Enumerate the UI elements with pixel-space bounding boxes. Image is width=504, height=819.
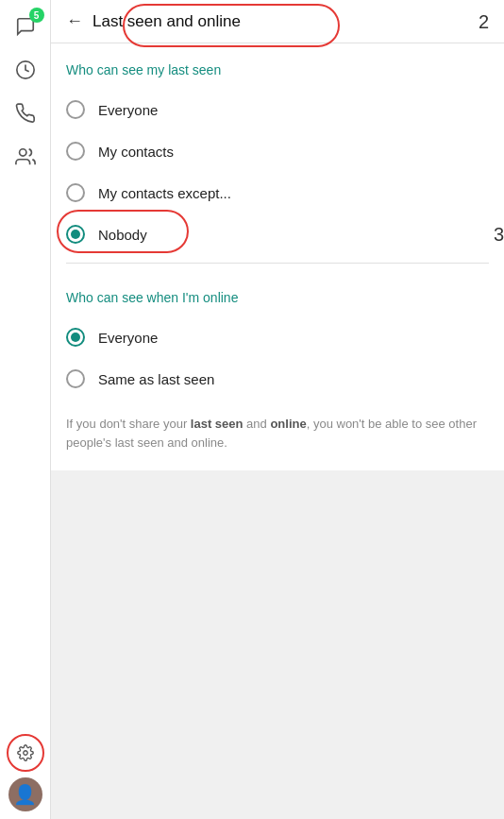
nobody-wrapper: Nobody 3 [51,213,504,255]
sidebar-item-community[interactable] [7,138,44,176]
sidebar-bottom: 👤 [7,734,44,819]
main-content: ← Last seen and online 2 Who can see my … [51,0,504,819]
bottom-area [51,470,504,819]
sidebar-item-calls[interactable] [7,94,44,132]
radio-my-contacts-last-seen[interactable] [66,142,85,161]
last-seen-option-my-contacts-except[interactable]: My contacts except... [51,172,504,213]
online-option-everyone[interactable]: Everyone [51,316,504,358]
svg-point-2 [23,751,27,756]
info-text: If you don't share your last seen and on… [51,400,504,470]
radio-same-as-last-seen-online[interactable] [66,369,85,388]
header: ← Last seen and online 2 [51,0,504,43]
settings-content: Who can see my last seen Everyone My con… [51,43,504,470]
last-seen-everyone-label: Everyone [98,102,158,118]
svg-point-1 [19,149,25,156]
last-seen-nobody-label: Nobody [98,227,147,243]
last-seen-my-contacts-except-label: My contacts except... [98,185,231,201]
radio-my-contacts-except-last-seen[interactable] [66,183,85,202]
page-title: Last seen and online [92,12,241,31]
info-bold-online: online [270,417,306,431]
step-number-3: 3 [494,224,504,246]
section-divider [66,263,489,264]
last-seen-option-everyone[interactable]: Everyone [51,89,504,130]
radio-everyone-last-seen[interactable] [66,100,85,119]
sidebar-item-status[interactable] [7,51,44,89]
last-seen-my-contacts-label: My contacts [98,144,174,160]
sidebar-item-chats[interactable]: 5 [7,8,44,45]
sidebar: 5 👤 [0,0,51,819]
chat-badge: 5 [29,8,44,23]
last-seen-section-title: Who can see my last seen [51,43,504,89]
online-option-same-as-last-seen[interactable]: Same as last seen [51,358,504,400]
radio-nobody-last-seen[interactable] [66,225,85,244]
online-same-as-last-seen-label: Same as last seen [98,371,214,387]
online-section-title: Who can see when I'm online [51,271,504,316]
radio-everyone-online[interactable] [66,328,85,347]
back-button[interactable]: ← [66,11,83,31]
step-number-2: 2 [479,10,489,32]
avatar[interactable]: 👤 [8,777,42,811]
last-seen-option-nobody[interactable]: Nobody [51,213,479,255]
info-bold-last-seen: last seen [191,417,244,431]
settings-button[interactable] [7,734,44,772]
online-everyone-label: Everyone [98,330,158,346]
last-seen-option-my-contacts[interactable]: My contacts [51,130,504,172]
